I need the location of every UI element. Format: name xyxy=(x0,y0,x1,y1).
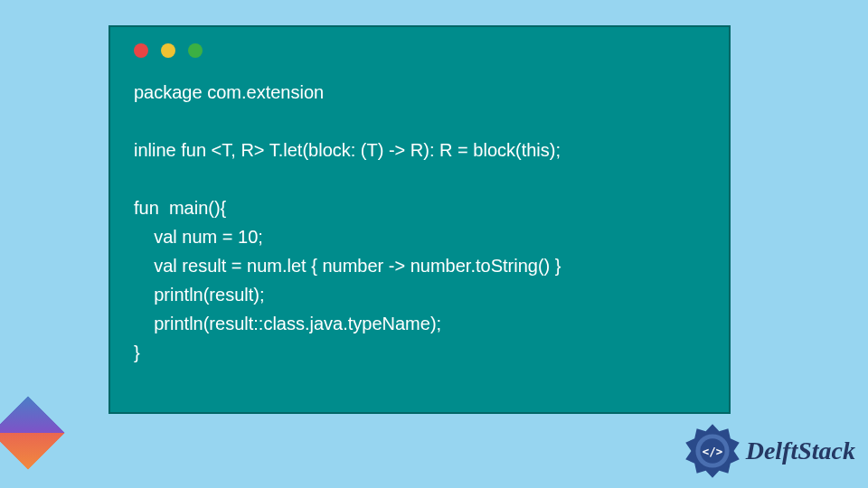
brand-text: DelftStack xyxy=(746,436,855,465)
code-line: } xyxy=(134,343,140,362)
maximize-icon xyxy=(188,43,203,58)
code-panel: package com.extension inline fun <T, R> … xyxy=(108,25,731,414)
svg-text:</>: </> xyxy=(702,445,722,458)
code-line: package com.extension xyxy=(134,82,324,102)
delftstack-logo: </> DelftStack xyxy=(684,423,855,479)
code-line: val num = 10; xyxy=(134,227,263,247)
window-controls xyxy=(134,43,711,58)
close-icon xyxy=(134,43,148,58)
kotlin-icon xyxy=(0,396,65,470)
code-line: inline fun <T, R> T.let(block: (T) -> R)… xyxy=(134,140,561,160)
gear-icon: </> xyxy=(684,423,741,479)
code-line: println(result); xyxy=(134,285,264,305)
code-line: println(result::class.java.typeName); xyxy=(134,314,441,333)
code-content: package com.extension inline fun <T, R> … xyxy=(134,78,711,367)
code-line: fun main(){ xyxy=(134,198,226,218)
code-line: val result = num.let { number -> number.… xyxy=(134,256,561,276)
minimize-icon xyxy=(161,43,175,58)
